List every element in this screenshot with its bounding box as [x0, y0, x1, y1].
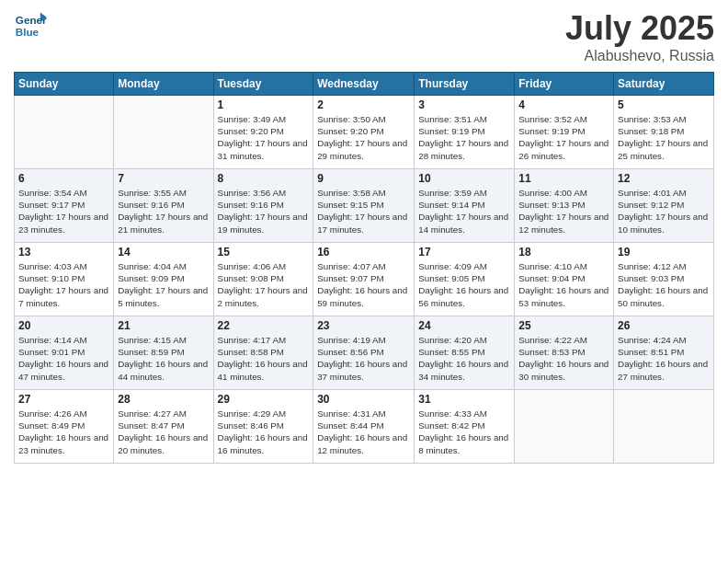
cell-w3-d5: 18Sunrise: 4:10 AM Sunset: 9:04 PM Dayli…: [515, 243, 614, 316]
day-info: Sunrise: 4:31 AM Sunset: 8:44 PM Dayligh…: [317, 408, 410, 456]
day-number: 13: [18, 246, 109, 259]
cell-w2-d4: 10Sunrise: 3:59 AM Sunset: 9:14 PM Dayli…: [415, 169, 515, 243]
cell-w3-d3: 16Sunrise: 4:07 AM Sunset: 9:07 PM Dayli…: [313, 243, 415, 316]
header: General Blue July 2025 Alabushevo, Russi…: [14, 9, 714, 64]
cell-w1-d5: 4Sunrise: 3:52 AM Sunset: 9:19 PM Daylig…: [515, 96, 614, 169]
day-number: 2: [317, 98, 410, 111]
day-info: Sunrise: 4:14 AM Sunset: 9:01 PM Dayligh…: [18, 334, 109, 383]
cell-w5-d1: 28Sunrise: 4:27 AM Sunset: 8:47 PM Dayli…: [114, 390, 213, 464]
day-info: Sunrise: 4:29 AM Sunset: 8:46 PM Dayligh…: [218, 408, 310, 456]
day-info: Sunrise: 3:50 AM Sunset: 9:20 PM Dayligh…: [317, 113, 410, 162]
day-number: 11: [518, 172, 609, 185]
day-number: 17: [418, 246, 510, 259]
cell-w1-d3: 2Sunrise: 3:50 AM Sunset: 9:20 PM Daylig…: [313, 96, 415, 169]
day-number: 14: [118, 246, 209, 259]
day-info: Sunrise: 4:19 AM Sunset: 8:56 PM Dayligh…: [317, 334, 410, 383]
day-info: Sunrise: 3:58 AM Sunset: 9:15 PM Dayligh…: [317, 187, 410, 236]
day-number: 20: [18, 319, 109, 332]
day-number: 31: [418, 393, 510, 406]
cell-w4-d6: 26Sunrise: 4:24 AM Sunset: 8:51 PM Dayli…: [614, 316, 714, 390]
cell-w2-d5: 11Sunrise: 4:00 AM Sunset: 9:13 PM Dayli…: [515, 169, 614, 243]
cell-w1-d4: 3Sunrise: 3:51 AM Sunset: 9:19 PM Daylig…: [415, 96, 515, 169]
cell-w3-d1: 14Sunrise: 4:04 AM Sunset: 9:09 PM Dayli…: [114, 243, 213, 316]
cell-w4-d4: 24Sunrise: 4:20 AM Sunset: 8:55 PM Dayli…: [415, 316, 515, 390]
col-sunday: Sunday: [15, 73, 114, 96]
cell-w3-d4: 17Sunrise: 4:09 AM Sunset: 9:05 PM Dayli…: [415, 243, 515, 316]
day-number: 19: [618, 246, 710, 259]
day-number: 4: [518, 98, 609, 111]
day-info: Sunrise: 4:06 AM Sunset: 9:08 PM Dayligh…: [218, 260, 310, 309]
page: General Blue July 2025 Alabushevo, Russi…: [0, 0, 728, 563]
day-number: 30: [317, 393, 410, 406]
day-info: Sunrise: 4:15 AM Sunset: 8:59 PM Dayligh…: [118, 334, 209, 383]
cell-w2-d2: 8Sunrise: 3:56 AM Sunset: 9:16 PM Daylig…: [213, 169, 313, 243]
cell-w5-d6: [614, 390, 714, 464]
day-info: Sunrise: 3:56 AM Sunset: 9:16 PM Dayligh…: [218, 187, 310, 236]
day-info: Sunrise: 3:55 AM Sunset: 9:16 PM Dayligh…: [118, 187, 209, 236]
day-info: Sunrise: 4:22 AM Sunset: 8:53 PM Dayligh…: [518, 334, 609, 383]
day-info: Sunrise: 3:54 AM Sunset: 9:17 PM Dayligh…: [18, 187, 109, 236]
cell-w3-d2: 15Sunrise: 4:06 AM Sunset: 9:08 PM Dayli…: [213, 243, 313, 316]
day-info: Sunrise: 4:04 AM Sunset: 9:09 PM Dayligh…: [118, 260, 209, 309]
day-number: 3: [418, 98, 510, 111]
cell-w5-d2: 29Sunrise: 4:29 AM Sunset: 8:46 PM Dayli…: [213, 390, 313, 464]
calendar-table: Sunday Monday Tuesday Wednesday Thursday…: [14, 72, 714, 464]
cell-w2-d1: 7Sunrise: 3:55 AM Sunset: 9:16 PM Daylig…: [114, 169, 213, 243]
cell-w1-d1: [114, 96, 213, 169]
week-row-5: 27Sunrise: 4:26 AM Sunset: 8:49 PM Dayli…: [15, 390, 714, 464]
day-number: 6: [18, 172, 109, 185]
cell-w5-d4: 31Sunrise: 4:33 AM Sunset: 8:42 PM Dayli…: [415, 390, 515, 464]
cell-w2-d0: 6Sunrise: 3:54 AM Sunset: 9:17 PM Daylig…: [15, 169, 114, 243]
day-info: Sunrise: 4:33 AM Sunset: 8:42 PM Dayligh…: [418, 408, 510, 456]
cell-w3-d6: 19Sunrise: 4:12 AM Sunset: 9:03 PM Dayli…: [614, 243, 714, 316]
day-number: 22: [218, 319, 310, 332]
cell-w5-d0: 27Sunrise: 4:26 AM Sunset: 8:49 PM Dayli…: [15, 390, 114, 464]
day-info: Sunrise: 4:27 AM Sunset: 8:47 PM Dayligh…: [118, 408, 209, 456]
cell-w5-d3: 30Sunrise: 4:31 AM Sunset: 8:44 PM Dayli…: [313, 390, 415, 464]
cell-w3-d0: 13Sunrise: 4:03 AM Sunset: 9:10 PM Dayli…: [15, 243, 114, 316]
cell-w4-d2: 22Sunrise: 4:17 AM Sunset: 8:58 PM Dayli…: [213, 316, 313, 390]
calendar-header-row: Sunday Monday Tuesday Wednesday Thursday…: [15, 73, 714, 96]
day-info: Sunrise: 4:01 AM Sunset: 9:12 PM Dayligh…: [618, 187, 710, 236]
day-number: 12: [618, 172, 710, 185]
cell-w1-d0: [15, 96, 114, 169]
col-friday: Friday: [515, 73, 614, 96]
day-number: 16: [317, 246, 410, 259]
day-number: 29: [218, 393, 310, 406]
day-number: 8: [218, 172, 310, 185]
title-block: July 2025 Alabushevo, Russia: [565, 9, 714, 64]
week-row-3: 13Sunrise: 4:03 AM Sunset: 9:10 PM Dayli…: [15, 243, 714, 316]
day-number: 25: [518, 319, 609, 332]
day-number: 23: [317, 319, 410, 332]
day-info: Sunrise: 4:12 AM Sunset: 9:03 PM Dayligh…: [618, 260, 710, 309]
day-info: Sunrise: 4:17 AM Sunset: 8:58 PM Dayligh…: [218, 334, 310, 383]
day-info: Sunrise: 4:03 AM Sunset: 9:10 PM Dayligh…: [18, 260, 109, 309]
logo-icon: General Blue: [14, 9, 47, 42]
day-info: Sunrise: 3:52 AM Sunset: 9:19 PM Dayligh…: [518, 113, 609, 162]
day-number: 27: [18, 393, 109, 406]
day-info: Sunrise: 4:10 AM Sunset: 9:04 PM Dayligh…: [518, 260, 609, 309]
col-saturday: Saturday: [614, 73, 714, 96]
cell-w1-d6: 5Sunrise: 3:53 AM Sunset: 9:18 PM Daylig…: [614, 96, 714, 169]
day-info: Sunrise: 4:00 AM Sunset: 9:13 PM Dayligh…: [518, 187, 609, 236]
day-info: Sunrise: 3:53 AM Sunset: 9:18 PM Dayligh…: [618, 113, 710, 162]
cell-w4-d3: 23Sunrise: 4:19 AM Sunset: 8:56 PM Dayli…: [313, 316, 415, 390]
day-number: 1: [218, 98, 310, 111]
svg-text:Blue: Blue: [16, 26, 40, 38]
cell-w5-d5: [515, 390, 614, 464]
day-number: 28: [118, 393, 209, 406]
col-monday: Monday: [114, 73, 213, 96]
day-number: 7: [118, 172, 209, 185]
day-info: Sunrise: 4:09 AM Sunset: 9:05 PM Dayligh…: [418, 260, 510, 309]
cell-w4-d1: 21Sunrise: 4:15 AM Sunset: 8:59 PM Dayli…: [114, 316, 213, 390]
week-row-1: 1Sunrise: 3:49 AM Sunset: 9:20 PM Daylig…: [15, 96, 714, 169]
day-number: 9: [317, 172, 410, 185]
day-number: 21: [118, 319, 209, 332]
day-number: 24: [418, 319, 510, 332]
day-info: Sunrise: 4:07 AM Sunset: 9:07 PM Dayligh…: [317, 260, 410, 309]
col-wednesday: Wednesday: [313, 73, 415, 96]
day-info: Sunrise: 4:20 AM Sunset: 8:55 PM Dayligh…: [418, 334, 510, 383]
cell-w4-d5: 25Sunrise: 4:22 AM Sunset: 8:53 PM Dayli…: [515, 316, 614, 390]
logo: General Blue: [14, 9, 51, 42]
location-title: Alabushevo, Russia: [565, 48, 714, 64]
